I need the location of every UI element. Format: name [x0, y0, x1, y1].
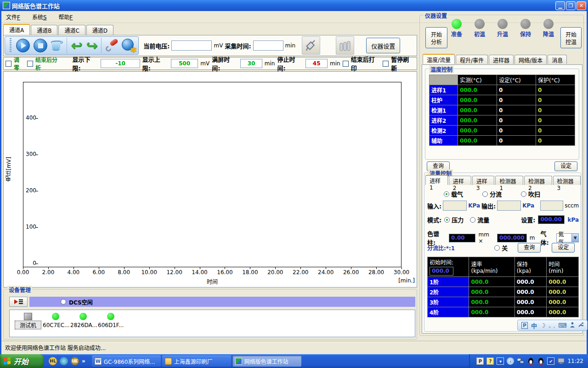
flow-field[interactable] — [540, 201, 563, 211]
taskbar-task-网络版色谱工作站[interactable]: 网络版色谱工作站 — [232, 356, 301, 367]
column-diameter-field[interactable]: 0.00 — [449, 234, 475, 242]
mode-radio-流量[interactable]: 流量 — [470, 215, 489, 224]
taskbar-task-GC-9860系列网络...[interactable]: WGC-9860系列网络... — [92, 356, 161, 367]
stop-icon[interactable] — [34, 39, 47, 52]
globe-gear-icon[interactable]: ✱ — [122, 39, 136, 52]
device-item-2826DA...[interactable]: 2826DA... — [70, 313, 96, 328]
undo-arrow-icon[interactable]: ↩ — [71, 39, 82, 52]
flow-tab-检测器3[interactable]: 检测器3 — [553, 176, 581, 185]
acq-time-input[interactable] — [253, 40, 283, 51]
wrench-icon[interactable] — [578, 322, 583, 329]
start-temp-control-button[interactable]: 开始控温 — [560, 27, 582, 48]
flow-tab-进样3[interactable]: 进样3 — [472, 176, 495, 185]
zero-checkbox[interactable] — [6, 61, 11, 67]
flow-tab-检测器1[interactable]: 检测器1 — [495, 176, 523, 185]
trash-bucket-icon[interactable] — [51, 40, 63, 51]
gas-radio-载气[interactable]: 载气 — [444, 190, 463, 198]
voltage-input[interactable] — [171, 40, 212, 51]
restore-button[interactable]: ❐ — [566, 1, 576, 10]
tray-qq2-icon[interactable] — [537, 357, 544, 365]
punctuation-icon[interactable]: 。, — [549, 322, 555, 329]
mode-radio-压力[interactable]: 压力 — [444, 215, 464, 224]
vials-icon[interactable] — [336, 36, 354, 55]
dcs-status-radio[interactable] — [61, 299, 66, 305]
quicklaunch-media-icon[interactable] — [60, 357, 68, 365]
tab-消息[interactable]: 消息 — [548, 55, 567, 64]
output-pressure-field[interactable] — [497, 201, 521, 211]
initial-time-field[interactable]: 000.0 — [430, 267, 453, 276]
start-button[interactable]: 开始 — [0, 354, 44, 368]
radio-icon[interactable] — [444, 191, 449, 197]
radio-icon[interactable] — [444, 217, 450, 223]
gas-radio-分流[interactable]: 分流 — [482, 190, 502, 198]
close-button[interactable]: ✕ — [577, 1, 586, 10]
temp-table-corner — [430, 75, 458, 85]
ime-language-bar[interactable]: P 中 ☽ 。, ⌨ — [517, 320, 588, 331]
gas-select[interactable]: 氮气▼ — [556, 233, 579, 242]
device-item-60C7EC...[interactable]: 60C7EC... — [43, 313, 68, 328]
pause-refresh-checkbox[interactable] — [383, 61, 389, 67]
tray-ime-p-icon[interactable]: P — [476, 357, 484, 365]
device-item-测试机[interactable]: 测试机 — [15, 313, 41, 329]
moon-icon[interactable]: ☽ — [540, 322, 546, 329]
instrument-settings-button[interactable]: 仪器设置 — [366, 38, 400, 53]
taskbar-task-上海鑫源印刷厂[interactable]: 上海鑫源印刷厂 — [162, 356, 231, 367]
menu-item-f0[interactable]: 文件F — [6, 13, 20, 21]
flow-tab-进样1[interactable]: 进样1 — [425, 175, 448, 185]
print-after-checkbox[interactable] — [343, 61, 349, 67]
split-off-radio[interactable] — [494, 245, 500, 251]
channel-tab-通道A[interactable]: 通道A — [3, 24, 30, 35]
tray-network-icon[interactable] — [517, 357, 524, 365]
channel-tab-通道B[interactable]: 通道B — [31, 25, 57, 35]
radio-icon[interactable] — [470, 217, 475, 223]
tray-antivirus-icon[interactable]: ✔ — [547, 357, 554, 365]
redo-arrow-icon[interactable]: ↪ — [86, 39, 97, 52]
quicklaunch-hl-icon[interactable]: HL — [49, 357, 57, 365]
plot-area[interactable] — [23, 82, 401, 267]
setpoint-field[interactable]: 000.00 — [538, 215, 565, 224]
tab-网络/版本[interactable]: 网络/版本 — [514, 55, 547, 64]
device-item-606D1F...[interactable]: 606D1F... — [98, 313, 124, 328]
play-icon[interactable] — [16, 39, 30, 52]
person-icon[interactable] — [570, 322, 575, 329]
tab-温度/流量[interactable]: 温度/流量 — [423, 54, 455, 64]
quicklaunch-ue-icon[interactable]: UE — [71, 357, 79, 365]
radio-icon[interactable] — [521, 191, 526, 197]
keyboard-icon[interactable]: ⌨ — [558, 322, 567, 329]
temp-set-button[interactable]: 设定 — [554, 161, 577, 171]
tray-window-arrow-icon[interactable]: ▾ — [497, 357, 504, 365]
quicklaunch-overflow-chevron[interactable]: » — [82, 358, 85, 364]
stop-time-field[interactable]: 45 — [305, 59, 328, 68]
flow-tab-检测器2[interactable]: 检测器2 — [524, 176, 552, 185]
input-pressure-field[interactable] — [443, 201, 467, 211]
fullscreen-time-field[interactable]: 30 — [240, 59, 262, 68]
post-analysis-checkbox[interactable] — [27, 61, 33, 67]
wrench-icon[interactable] — [105, 39, 118, 52]
lower-limit-field[interactable]: -10 — [101, 59, 140, 68]
tray-qq-icon[interactable] — [527, 357, 534, 365]
minimize-button[interactable]: ▁ — [555, 1, 565, 10]
table-row: 1阶000.0000.0000.0 — [428, 277, 579, 287]
channel-tab-通道D[interactable]: 通道D — [86, 25, 113, 35]
flow-set-button[interactable]: 设定 — [552, 243, 575, 253]
menu-item-s1[interactable]: 系统S — [32, 13, 47, 21]
tray-chevron-icon[interactable]: ‹ — [507, 357, 514, 365]
tray-display-icon[interactable] — [557, 357, 565, 365]
tab-进样器[interactable]: 进样器 — [489, 55, 514, 64]
upper-limit-field[interactable]: 500 — [171, 59, 198, 68]
ime-pinyin-icon[interactable]: P — [521, 322, 528, 329]
channel-tab-通道C[interactable]: 通道C — [58, 25, 85, 35]
menu-item-f2[interactable]: 帮助F — [59, 13, 73, 21]
start-analysis-button[interactable]: 开始分析 — [425, 27, 447, 48]
radio-icon[interactable] — [482, 191, 488, 197]
flow-query-button[interactable]: 查询 — [518, 243, 541, 253]
device-run-button[interactable] — [9, 297, 28, 307]
ime-lang-icon[interactable]: 中 — [531, 321, 537, 330]
syringe-icon[interactable] — [302, 36, 320, 55]
flow-tab-进样2[interactable]: 进样2 — [449, 176, 471, 185]
tray-help-icon[interactable]: ? — [486, 357, 494, 365]
gas-radio-吹扫[interactable]: 吹扫 — [521, 190, 540, 198]
chromatogram-chart[interactable]: 电压[mV] 时间 [min.] 01002003004000.002.004.… — [3, 71, 417, 288]
tab-程升/事件[interactable]: 程升/事件 — [456, 55, 488, 64]
column-length-field[interactable]: 000.000 — [497, 234, 527, 242]
